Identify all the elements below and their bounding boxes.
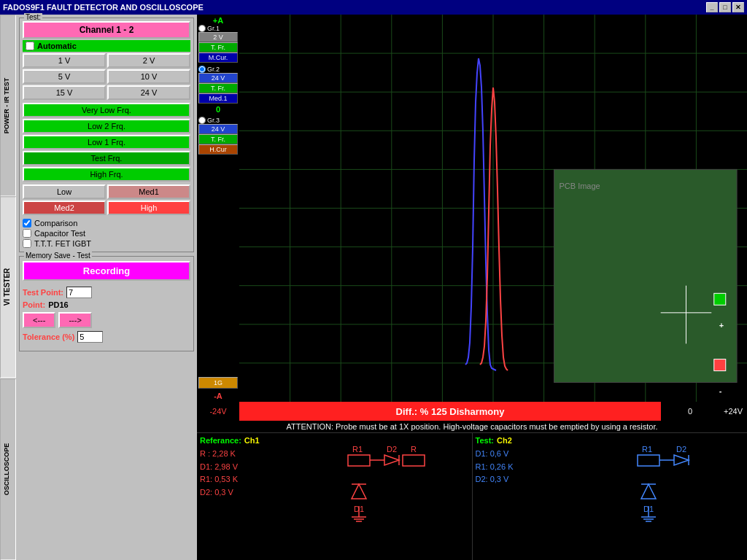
low-level-button[interactable]: Low <box>23 184 106 199</box>
high-level-button[interactable]: High <box>107 201 190 215</box>
oscilloscope-canvas[interactable]: PCB Image + - <box>239 15 747 402</box>
gr1-radio[interactable] <box>198 25 206 32</box>
med1-level-button[interactable]: Med1 <box>107 184 190 199</box>
svg-rect-32 <box>403 455 425 466</box>
test-group-label: Test: <box>24 13 42 21</box>
plus-24v-label: +24V <box>719 407 747 416</box>
gr3-radio[interactable] <box>198 117 206 124</box>
test-frq-button[interactable]: Test Frq. <box>23 151 190 166</box>
gr1-label: Gr.1 <box>207 25 220 32</box>
svg-text:R: R <box>411 445 417 454</box>
svg-text:D2: D2 <box>676 445 686 454</box>
comparison-row: Comparison <box>23 218 190 228</box>
med1-btn[interactable]: Med.1 <box>198 93 238 104</box>
low1-frq-button[interactable]: Low 1 Frq. <box>23 135 190 149</box>
ref-schematic-svg: R1 D2 R D1 <box>319 440 465 535</box>
volt-15v-button[interactable]: 15 V <box>23 85 106 100</box>
spacer <box>198 155 238 374</box>
svg-marker-29 <box>384 455 399 465</box>
oscilloscope-area: +A Gr.1 2 V T. Fr. M.Cur. Gr.2 24 V T. F… <box>197 15 747 402</box>
volt-1v-button[interactable]: 1 V <box>23 53 106 68</box>
checkboxes-section: Comparison Capacitor Test T.T.T. FET IGB… <box>23 218 190 249</box>
gr1-volt-btn[interactable]: 2 V <box>198 32 238 42</box>
automatic-checkbox[interactable] <box>26 42 34 50</box>
gr2-label: Gr.2 <box>207 66 220 73</box>
svg-marker-47 <box>641 484 656 499</box>
svg-text:R1: R1 <box>352 445 362 454</box>
t-fr-2-btn[interactable]: T. Fr. <box>198 83 238 93</box>
t-fr-1-btn[interactable]: T. Fr. <box>198 42 238 52</box>
gr3-volt-btn[interactable]: 24 V <box>198 124 238 134</box>
gr3-label: Gr.3 <box>207 117 220 124</box>
test-channel: Ch2 <box>497 436 512 445</box>
tolerance-input[interactable] <box>77 331 103 343</box>
m-cur-btn[interactable]: M.Cur. <box>198 52 238 63</box>
gr3-radio-row: Gr.3 <box>198 117 238 124</box>
oscilloscope-tab[interactable]: OSCILLOSCOPE <box>0 378 16 560</box>
minus-a-label: -A <box>198 392 238 400</box>
voltage-grid: 1 V 2 V 5 V 10 V 15 V 24 V <box>23 53 190 100</box>
test-group: Test: Channel 1 - 2 Automatic 1 V 2 V 5 … <box>19 18 194 252</box>
side-tabs-container: POWER - IR TEST VI TESTER OSCILLOSCOPE <box>0 15 16 560</box>
nav-buttons: <--- ---> <box>23 312 190 328</box>
svg-text:D2: D2 <box>386 445 396 454</box>
nav-fwd-button[interactable]: ---> <box>58 312 91 328</box>
gr1-radio-row: Gr.1 <box>198 25 238 32</box>
test-schematic-svg: R1 D2 D1 <box>608 440 740 535</box>
volt-10v-button[interactable]: 10 V <box>107 69 190 84</box>
test-point-input[interactable] <box>66 287 92 298</box>
very-low-frq-button[interactable]: Very Low Frq. <box>23 103 190 117</box>
close-button[interactable]: ✕ <box>732 2 744 12</box>
ttt-label: T.T.T. FET IGBT <box>34 239 91 248</box>
reference-title: Referance: <box>200 436 241 445</box>
svg-marker-34 <box>352 484 366 499</box>
volt-24v-button[interactable]: 24 V <box>107 85 190 100</box>
svg-rect-18 <box>554 169 738 382</box>
zero-label: 0 <box>198 105 238 114</box>
comparison-checkbox[interactable] <box>23 219 31 228</box>
vi-tester-tab[interactable]: VI TESTER <box>0 196 16 378</box>
gr2-volt-btn[interactable]: 24 V <box>198 73 238 83</box>
minimize-button[interactable]: _ <box>706 2 718 12</box>
h-cur-btn[interactable]: H.Cur <box>198 144 238 155</box>
t-fr-3-btn[interactable]: T. Fr. <box>198 134 238 144</box>
memory-save-section: Memory Save - Test Recording Test Point:… <box>19 256 194 351</box>
automatic-row: Automatic <box>23 40 190 52</box>
high-frq-button[interactable]: High Frq. <box>23 167 190 182</box>
osc-grid-svg: PCB Image + - <box>239 15 747 402</box>
power-ir-tab[interactable]: POWER - IR TEST <box>0 15 16 196</box>
test-point-section: Test Point: Point: PD16 <--- ---> Tolera… <box>23 284 190 348</box>
gr2-radio[interactable] <box>198 66 206 73</box>
volt-5v-button[interactable]: 5 V <box>23 69 106 84</box>
tolerance-label: Tolerance (%) <box>23 332 74 341</box>
svg-rect-41 <box>638 455 659 466</box>
point-label: Point: <box>23 300 45 309</box>
low2-frq-button[interactable]: Low 2 Frq. <box>23 119 190 133</box>
one-g-btn[interactable]: 1G <box>198 377 238 389</box>
ttt-checkbox[interactable] <box>23 239 31 248</box>
svg-text:-: - <box>719 386 722 395</box>
maximize-button[interactable]: □ <box>719 2 731 12</box>
svg-marker-44 <box>674 455 689 465</box>
reference-channel: Ch1 <box>244 436 260 445</box>
volt-2v-button[interactable]: 2 V <box>107 53 190 68</box>
capacitor-checkbox[interactable] <box>23 229 31 238</box>
svg-text:+: + <box>719 321 724 330</box>
test-title: Test: <box>476 436 494 445</box>
zero-mid-label: 0 <box>661 407 719 416</box>
window-controls[interactable]: _ □ ✕ <box>706 2 744 12</box>
svg-text:PCB Image: PCB Image <box>559 182 600 190</box>
svg-text:R1: R1 <box>642 445 652 454</box>
channel-button[interactable]: Channel 1 - 2 <box>23 21 190 39</box>
med2-level-button[interactable]: Med2 <box>23 201 106 215</box>
recording-button[interactable]: Recording <box>23 261 190 281</box>
memory-section-title: Memory Save - Test <box>24 252 92 260</box>
nav-back-button[interactable]: <--- <box>23 312 55 328</box>
minus-24v-label: -24V <box>197 407 239 416</box>
svg-rect-22 <box>714 293 726 305</box>
svg-rect-26 <box>348 455 370 466</box>
capacitor-label: Capacitor Test <box>34 229 85 238</box>
point-row: Point: PD16 <box>23 300 190 309</box>
bottom-panels: Referance: Ch1 R : 2,28 K D1: 2,98 V R1:… <box>197 432 747 560</box>
tolerance-row: Tolerance (%) <box>23 331 190 343</box>
